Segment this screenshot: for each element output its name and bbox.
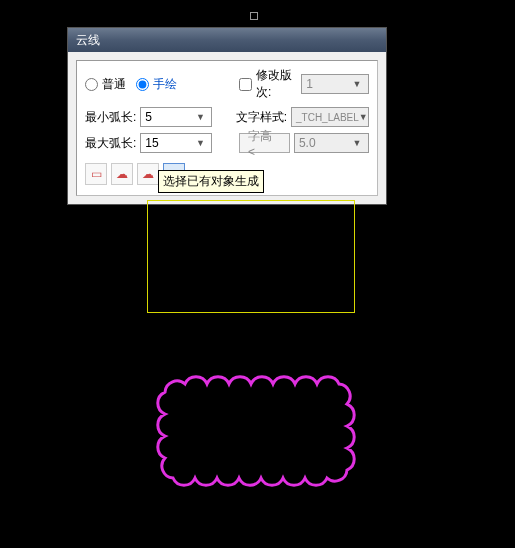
min-arc-value: 5 [145,110,193,124]
radio-hand-label: 手绘 [153,76,177,93]
text-height-value: 5.0 [299,136,350,150]
viewport-marker [250,12,258,20]
radio-normal[interactable]: 普通 [85,76,126,93]
tooltip: 选择已有对象生成 [158,170,264,193]
text-style-combo[interactable]: _TCH_LABEL ▼ [291,107,369,127]
chevron-down-icon: ▼ [350,79,364,89]
text-height-combo[interactable]: 5.0 ▼ [294,133,369,153]
radio-normal-label: 普通 [102,76,126,93]
text-height-button-label: 字高 < [248,128,281,159]
checkbox-revision[interactable]: 修改版次: [239,67,297,101]
max-arc-value: 15 [145,136,193,150]
text-style-label: 文字样式: [236,109,287,126]
min-arc-label: 最小弧长: [85,109,136,126]
tool-cloud-free[interactable]: ☁ [111,163,133,185]
canvas-cloud-shape[interactable] [147,368,363,496]
tool-cloud-rect[interactable]: ▭ [85,163,107,185]
canvas-rectangle[interactable] [147,200,355,313]
chevron-down-icon: ▼ [359,112,368,122]
text-height-button[interactable]: 字高 < [239,133,290,153]
revision-value: 1 [306,77,350,91]
cloud-icon: ☁ [142,168,154,180]
chevron-down-icon: ▼ [193,138,207,148]
max-arc-combo[interactable]: 15 ▼ [140,133,212,153]
chevron-down-icon: ▼ [350,138,364,148]
chevron-down-icon: ▼ [193,112,207,122]
cloud-icon: ☁ [116,168,128,180]
revision-combo[interactable]: 1 ▼ [301,74,369,94]
tool-cloud-poly[interactable]: ☁ [137,163,159,185]
checkbox-revision-label: 修改版次: [256,67,297,101]
dialog-title: 云线 [76,32,100,49]
max-arc-label: 最大弧长: [85,135,136,152]
cloud-icon: ▭ [91,168,102,180]
min-arc-combo[interactable]: 5 ▼ [140,107,212,127]
text-style-value: _TCH_LABEL [296,112,359,123]
tooltip-text: 选择已有对象生成 [163,174,259,188]
radio-hand-drawn[interactable]: 手绘 [136,76,177,93]
dialog-titlebar[interactable]: 云线 [68,28,386,52]
